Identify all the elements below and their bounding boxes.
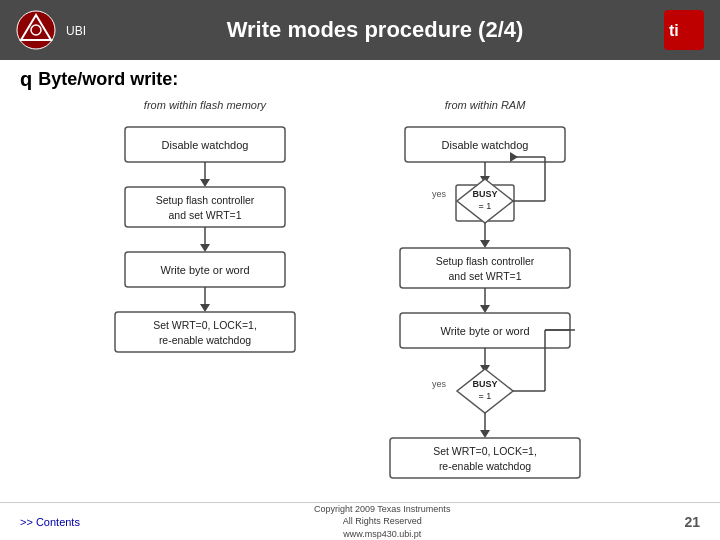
flowchart-flash-svg: Disable watchdog Setup flash controller … bbox=[85, 117, 325, 437]
svg-rect-36 bbox=[400, 248, 570, 288]
svg-marker-13 bbox=[200, 244, 210, 252]
bullet-icon: q bbox=[20, 68, 32, 91]
flowchart-ram-svg: Disable watchdog BUSY = 1 yes bbox=[335, 117, 635, 537]
header-left: UBI bbox=[16, 10, 86, 50]
svg-rect-56 bbox=[390, 438, 580, 478]
copyright-line2: All Rights Reserved bbox=[314, 515, 450, 528]
contents-link[interactable]: >> Contents bbox=[20, 516, 80, 528]
diagram-ram-title: from within RAM bbox=[335, 99, 635, 111]
section-heading: q Byte/word write: bbox=[20, 68, 700, 91]
svg-marker-40 bbox=[480, 305, 490, 313]
svg-text:Setup flash controller: Setup flash controller bbox=[436, 255, 535, 267]
diagram-ram: from within RAM Disable watchdog BUSY = … bbox=[335, 99, 635, 540]
svg-text:and set WRT=1: and set WRT=1 bbox=[448, 270, 521, 282]
copyright-line1: Copyright 2009 Texas Instruments bbox=[314, 503, 450, 516]
header: UBI Write modes procedure (2/4) ti bbox=[0, 0, 720, 60]
svg-marker-35 bbox=[480, 240, 490, 248]
svg-text:Set WRT=0, LOCK=1,: Set WRT=0, LOCK=1, bbox=[433, 445, 537, 457]
svg-text:= 1: = 1 bbox=[479, 391, 492, 401]
diagram-flash-title: from within flash memory bbox=[85, 99, 325, 111]
svg-text:Set WRT=0, LOCK=1,: Set WRT=0, LOCK=1, bbox=[153, 319, 257, 331]
svg-text:= 1: = 1 bbox=[479, 201, 492, 211]
svg-text:Write byte or word: Write byte or word bbox=[160, 264, 249, 276]
page-number: 21 bbox=[684, 514, 700, 530]
footer-copyright: Copyright 2009 Texas Instruments All Rig… bbox=[314, 503, 450, 540]
svg-text:Disable watchdog: Disable watchdog bbox=[162, 139, 249, 151]
svg-marker-17 bbox=[200, 304, 210, 312]
section-title-text: Byte/word write: bbox=[38, 69, 178, 90]
svg-text:Setup flash controller: Setup flash controller bbox=[156, 194, 255, 206]
svg-text:yes: yes bbox=[432, 189, 447, 199]
svg-text:re-enable  watchdog: re-enable watchdog bbox=[159, 334, 251, 346]
footer: >> Contents Copyright 2009 Texas Instrum… bbox=[0, 502, 720, 540]
svg-text:BUSY: BUSY bbox=[472, 189, 497, 199]
svg-marker-8 bbox=[200, 179, 210, 187]
svg-text:yes: yes bbox=[432, 379, 447, 389]
svg-text:Disable  watchdog: Disable watchdog bbox=[442, 139, 529, 151]
svg-text:BUSY: BUSY bbox=[472, 379, 497, 389]
svg-rect-9 bbox=[125, 187, 285, 227]
ti-logo-icon: ti bbox=[664, 10, 704, 50]
svg-text:and set WRT=1: and set WRT=1 bbox=[168, 209, 241, 221]
ubi-logo-icon bbox=[16, 10, 56, 50]
header-title: Write modes procedure (2/4) bbox=[86, 17, 664, 43]
svg-marker-55 bbox=[480, 430, 490, 438]
svg-rect-18 bbox=[115, 312, 295, 352]
svg-text:re-enable watchdog: re-enable watchdog bbox=[439, 460, 531, 472]
main-content: q Byte/word write: from within flash mem… bbox=[0, 60, 720, 540]
svg-text:Write byte or word: Write byte or word bbox=[440, 325, 529, 337]
copyright-line3: www.msp430.ubi.pt bbox=[314, 528, 450, 540]
diagrams-container: from within flash memory Disable watchdo… bbox=[20, 99, 700, 540]
diagram-flash: from within flash memory Disable watchdo… bbox=[85, 99, 325, 441]
svg-text:ti: ti bbox=[669, 22, 679, 39]
ubi-label: UBI bbox=[66, 24, 86, 38]
